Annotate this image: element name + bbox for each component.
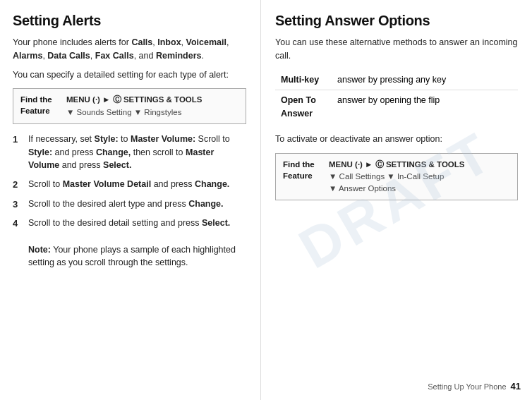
open-to-answer-label: Open To Answer — [275, 90, 332, 124]
open-to-answer-value: answer by opening the flip — [332, 90, 518, 124]
right-find-feature-box: Find theFeature MENU (·) ► Ⓒ SETTINGS & … — [275, 153, 518, 201]
multi-key-label: Multi-key — [275, 70, 332, 90]
right-find-feature-label: Find theFeature — [283, 159, 322, 181]
page-number: 41 — [511, 381, 521, 392]
footer-text: Setting Up Your Phone — [428, 382, 506, 391]
left-para1: Your phone includes alerts for Calls, In… — [13, 36, 246, 63]
answer-row-2: Open To Answer answer by opening the fli… — [275, 90, 518, 124]
right-find-feature-content: MENU (·) ► Ⓒ SETTINGS & TOOLS ▼ Call Set… — [329, 159, 510, 195]
right-title: Setting Answer Options — [275, 13, 518, 29]
note: Note: Your phone plays a sample of each … — [28, 245, 236, 268]
left-find-feature-label: Find theFeature — [20, 94, 59, 116]
step-2: 2 Scroll to Master Volume Detail and pre… — [13, 178, 246, 192]
left-find-feature-box: Find theFeature MENU (·) ► Ⓒ SETTINGS & … — [13, 88, 246, 124]
right-menu-line3: ▼ Answer Options — [329, 184, 396, 193]
left-menu-line1: MENU (·) ► Ⓒ SETTINGS & TOOLS — [66, 95, 202, 104]
step-1: 1 If necessary, set Style: to Master Vol… — [13, 133, 246, 172]
footer: Setting Up Your Phone 41 — [428, 381, 521, 392]
left-para2: You can specify a detailed setting for e… — [13, 68, 246, 82]
multi-key-value: answer by pressing any key — [332, 70, 518, 90]
right-para2: To activate or deactivate an answer opti… — [275, 133, 518, 146]
right-para1: You can use these alternative methods to… — [275, 36, 518, 63]
right-menu-line1: MENU (·) ► Ⓒ SETTINGS & TOOLS — [329, 160, 464, 169]
left-menu-line2: ▼ Sounds Setting ▼ Ringstyles — [66, 108, 181, 116]
right-menu-line2: ▼ Call Settings ▼ In-Call Setup — [329, 172, 444, 181]
answer-options-table: Multi-key answer by pressing any key Ope… — [275, 70, 518, 124]
left-column: Setting Alerts Your phone includes alert… — [0, 0, 261, 400]
step-3: 3 Scroll to the desired alert type and p… — [13, 198, 246, 212]
left-title: Setting Alerts — [13, 13, 246, 29]
step-4: 4 Scroll to the desired detail setting a… — [13, 217, 246, 269]
right-column: DRAFT Setting Answer Options You can use… — [261, 0, 532, 400]
left-find-feature-content: MENU (·) ► Ⓒ SETTINGS & TOOLS ▼ Sounds S… — [66, 94, 238, 119]
steps-list: 1 If necessary, set Style: to Master Vol… — [13, 133, 246, 269]
answer-row-1: Multi-key answer by pressing any key — [275, 70, 518, 90]
